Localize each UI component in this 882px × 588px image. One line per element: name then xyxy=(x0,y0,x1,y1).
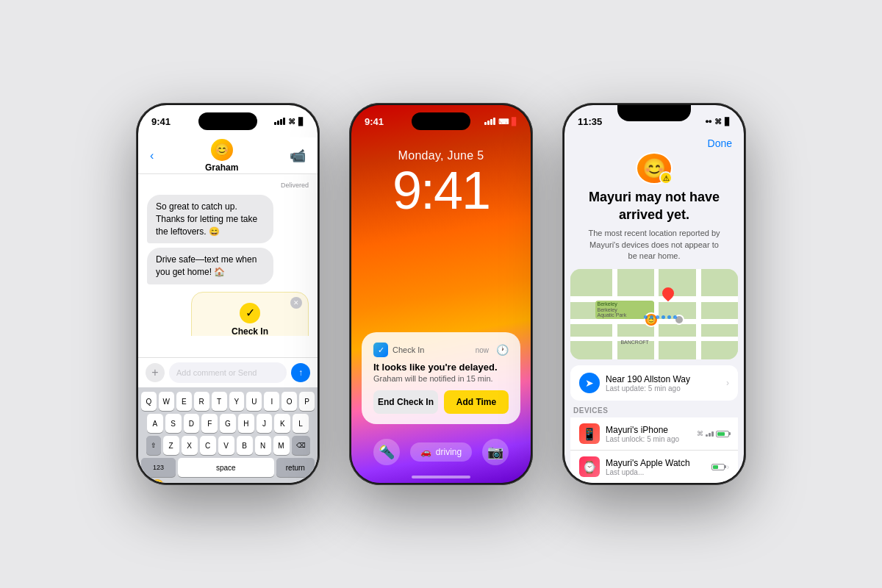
back-button[interactable]: ‹ xyxy=(150,149,154,162)
map-label-park: BerkeleyAquatic Park xyxy=(597,307,626,318)
battery-icon-2: ▊ xyxy=(512,118,517,126)
key-k[interactable]: K xyxy=(274,414,290,433)
key-d[interactable]: D xyxy=(184,414,200,433)
checkin-close-button[interactable]: ✕ xyxy=(290,297,302,309)
end-checkin-button[interactable]: End Check In xyxy=(373,390,438,414)
status-time-2: 9:41 xyxy=(365,116,384,127)
done-button[interactable]: Done xyxy=(708,137,732,149)
driving-mode[interactable]: 🚗 driving xyxy=(410,442,472,462)
checkin-card: ✕ ✓ Check In Home · BerkeleyAround 11:00… xyxy=(191,292,309,336)
key-j[interactable]: J xyxy=(257,414,273,433)
notification-actions: End Check In Add Time xyxy=(373,390,509,414)
signal-icon-1 xyxy=(274,118,285,125)
key-q[interactable]: Q xyxy=(141,392,157,411)
watch-chevron: › xyxy=(727,463,729,471)
warning-title: Mayuri may not have arrived yet. xyxy=(564,189,744,223)
key-l[interactable]: L xyxy=(293,414,309,433)
notif-time: now xyxy=(476,346,489,354)
video-call-button[interactable]: 📹 xyxy=(290,148,306,164)
battery-icon-3: ▊ xyxy=(725,118,731,126)
status-time-3: 11:35 xyxy=(578,116,602,127)
map-view[interactable]: Berkeley BerkeleyAquatic Park BANCROFT 😊 xyxy=(570,269,738,359)
key-c[interactable]: C xyxy=(200,436,216,455)
add-time-button[interactable]: Add Time xyxy=(444,390,509,414)
location-name: Near 190 Allston Way xyxy=(606,374,720,384)
status-icons-3: ●● ⌘ ▊ xyxy=(705,118,731,126)
key-t[interactable]: T xyxy=(212,392,227,411)
contact-avatar: 😊 xyxy=(211,139,233,161)
map-label-berkeley: Berkeley xyxy=(597,301,617,306)
message-input[interactable]: Add comment or Send xyxy=(169,362,287,383)
key-o[interactable]: O xyxy=(282,392,297,411)
mic-button[interactable]: 🎤 xyxy=(296,480,309,484)
device-iphone-text: Mayuri's iPhone Last unlock: 5 min ago xyxy=(606,425,691,443)
key-f[interactable]: F xyxy=(201,414,218,433)
key-w[interactable]: W xyxy=(159,392,174,411)
device-iphone-name: Mayuri's iPhone xyxy=(606,425,691,435)
lockscreen-bottom: 🔦 🚗 driving 📷 xyxy=(351,439,531,465)
key-m[interactable]: M xyxy=(273,436,290,455)
car-icon: 🚗 xyxy=(420,447,431,457)
notch xyxy=(617,105,691,121)
contact-info: 😊 Graham xyxy=(205,139,238,173)
key-g[interactable]: G xyxy=(220,414,236,433)
keyboard: Q W E R T Y U I O P A S D F G H J K L xyxy=(138,387,318,483)
flashlight-button[interactable]: 🔦 xyxy=(373,439,400,465)
key-numbers[interactable]: 123 xyxy=(141,458,176,477)
notification-subtitle: Graham will be notified in 15 min. xyxy=(373,374,509,383)
emoji-button[interactable]: 🙂 xyxy=(150,478,165,483)
dynamic-island xyxy=(198,112,257,130)
iphone-icon: 📱 xyxy=(579,423,600,444)
key-v[interactable]: V xyxy=(218,436,234,455)
trail-dot-3 xyxy=(656,315,659,319)
trail-dot-4 xyxy=(662,315,665,319)
map-background: Berkeley BerkeleyAquatic Park BANCROFT 😊 xyxy=(570,269,738,359)
lockscreen-time: 9:41 xyxy=(351,164,531,217)
key-s[interactable]: S xyxy=(165,414,182,433)
notification-title: It looks like you're delayed. xyxy=(373,362,509,373)
input-placeholder: Add comment or Send xyxy=(176,368,257,377)
checkin-app-icon: ✓ xyxy=(373,343,388,357)
key-shift[interactable]: ⇧ xyxy=(146,436,161,455)
trail-dot-2 xyxy=(650,315,653,319)
checkin-title: Check In xyxy=(232,326,268,336)
notification-header: ✓ Check In now 🕐 xyxy=(373,343,509,357)
driving-label: driving xyxy=(436,447,462,457)
attach-button[interactable]: + xyxy=(146,363,165,382)
trail-dot-1 xyxy=(644,315,648,319)
message-input-bar: + Add comment or Send ↑ xyxy=(138,357,318,387)
camera-button[interactable]: 📷 xyxy=(482,439,509,465)
key-return[interactable]: return xyxy=(276,458,315,477)
checkin-icon: ✓ xyxy=(240,303,260,323)
location-update: Last update: 5 min ago xyxy=(606,384,720,392)
messages-header: ‹ 😊 Graham 📹 xyxy=(138,137,318,174)
key-a[interactable]: A xyxy=(147,414,163,433)
send-button[interactable]: ↑ xyxy=(291,363,310,382)
notif-app-name: Check In xyxy=(392,345,424,354)
key-h[interactable]: H xyxy=(238,414,254,433)
key-p[interactable]: P xyxy=(299,392,315,411)
dynamic-island-2 xyxy=(412,112,470,130)
key-i[interactable]: I xyxy=(264,392,279,411)
key-delete[interactable]: ⌫ xyxy=(292,436,310,455)
key-n[interactable]: N xyxy=(255,436,271,455)
key-x[interactable]: X xyxy=(182,436,198,455)
keyboard-accessory: 🙂 🎤 xyxy=(141,477,315,483)
key-r[interactable]: R xyxy=(194,392,209,411)
key-y[interactable]: Y xyxy=(229,392,245,411)
device-row-iphone[interactable]: 📱 Mayuri's iPhone Last unlock: 5 min ago… xyxy=(570,417,738,450)
wifi-status-icon: ⌘ xyxy=(697,430,703,437)
key-b[interactable]: B xyxy=(237,436,253,455)
key-e[interactable]: E xyxy=(176,392,192,411)
phone-messages: 9:41 ⌘ ▊ ‹ 😊 Graham xyxy=(136,103,320,485)
keyboard-bottom-row: 123 space return xyxy=(141,458,315,477)
keyboard-row-2: A S D F G H J K L xyxy=(141,414,315,433)
key-u[interactable]: U xyxy=(246,392,262,411)
key-space[interactable]: space xyxy=(178,458,274,477)
devices-label: DEVICES xyxy=(570,406,738,415)
location-row[interactable]: ➤ Near 190 Allston Way Last update: 5 mi… xyxy=(570,365,738,401)
signal-icon-3: ●● xyxy=(705,118,711,125)
device-row-watch[interactable]: ⌚ Mayuri's Apple Watch Last upda... › xyxy=(570,450,738,483)
keyboard-row-1: Q W E R T Y U I O P xyxy=(141,392,315,411)
key-z[interactable]: Z xyxy=(163,436,179,455)
